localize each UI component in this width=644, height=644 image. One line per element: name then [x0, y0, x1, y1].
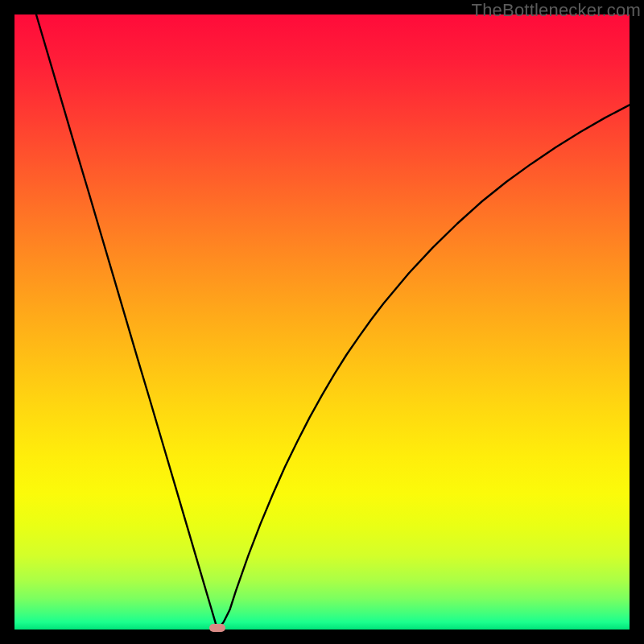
bottleneck-curve — [14, 14, 630, 630]
chart-frame — [14, 14, 630, 630]
optimal-point-marker — [209, 624, 225, 632]
watermark-text: TheBottlenecker.com — [472, 0, 641, 21]
